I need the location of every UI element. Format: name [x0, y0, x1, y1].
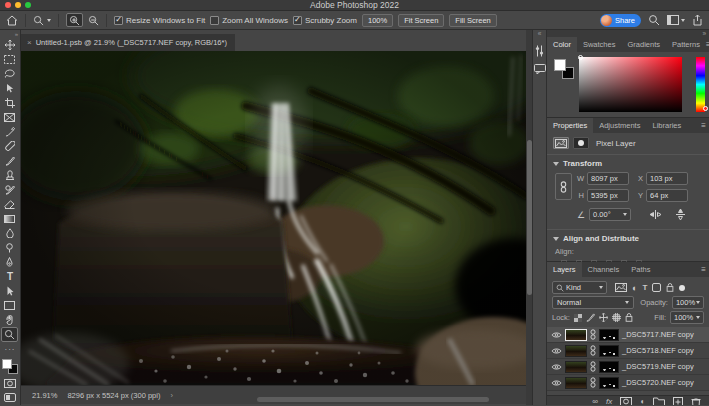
foreground-color-swatch[interactable]: [554, 59, 566, 71]
lock-transparency-icon[interactable]: [574, 314, 582, 322]
layer-filtering-toggle[interactable]: [679, 285, 685, 291]
layer-thumbnail[interactable]: [565, 361, 587, 373]
canvas-viewport[interactable]: [21, 51, 526, 385]
layer-row[interactable]: _DSC5720.NEF copy: [547, 375, 709, 391]
lasso-tool[interactable]: [1, 67, 18, 81]
zoom-in-button[interactable]: [66, 13, 83, 27]
status-expand-icon[interactable]: ›: [170, 391, 173, 400]
brush-tool[interactable]: [1, 154, 18, 168]
layer-thumbnail[interactable]: [565, 329, 587, 341]
zoom-tool-preset-button[interactable]: [33, 13, 51, 27]
layer-mask-thumbnail[interactable]: [599, 377, 619, 389]
filter-type-layers-icon[interactable]: T: [642, 283, 647, 292]
lock-pixels-icon[interactable]: [586, 313, 595, 322]
zoom-level-field[interactable]: 100%: [362, 14, 393, 27]
transform-section-header[interactable]: Transform: [553, 159, 703, 168]
add-mask-button[interactable]: [620, 397, 632, 405]
blur-tool[interactable]: [1, 226, 18, 240]
flip-horizontal-icon[interactable]: [649, 210, 662, 219]
tab-adjustments[interactable]: Adjustments: [593, 118, 646, 133]
layer-thumbnail[interactable]: [565, 345, 587, 357]
filter-kind-dropdown[interactable]: Kind: [552, 281, 607, 294]
filter-adjustment-layers-icon[interactable]: ◐: [632, 283, 637, 293]
share-button[interactable]: Share: [600, 14, 641, 27]
new-layer-button[interactable]: [673, 397, 683, 405]
lock-position-icon[interactable]: [599, 313, 608, 322]
mask-link-icon[interactable]: [590, 345, 596, 356]
mask-link-icon[interactable]: [590, 329, 596, 340]
screen-mode-button[interactable]: [1, 390, 18, 404]
layer-thumbnail[interactable]: [565, 377, 587, 389]
tab-gradients[interactable]: Gradients: [621, 37, 666, 52]
collapse-panels-icon[interactable]: »: [702, 30, 706, 37]
resize-windows-checkbox[interactable]: ✓ Resize Windows to Fit: [114, 16, 205, 25]
layer-name[interactable]: _DSC5719.NEF copy: [622, 362, 694, 371]
shape-tool[interactable]: [1, 298, 18, 312]
move-tool[interactable]: [1, 38, 18, 52]
panel-menu-icon[interactable]: ≡: [701, 121, 706, 130]
tab-channels[interactable]: Channels: [582, 262, 626, 277]
delete-layer-button[interactable]: [691, 397, 701, 405]
filter-smart-objects-icon[interactable]: [666, 283, 674, 292]
lock-all-icon[interactable]: [625, 313, 633, 322]
tab-libraries[interactable]: Libraries: [646, 118, 687, 133]
hue-marker[interactable]: [703, 106, 708, 111]
foreground-color-swatch[interactable]: [2, 359, 12, 369]
y-field[interactable]: [646, 189, 688, 202]
search-icon[interactable]: [648, 14, 660, 26]
comment-icon[interactable]: [534, 64, 546, 74]
path-selection-tool[interactable]: [1, 284, 18, 298]
mask-link-icon[interactable]: [590, 361, 596, 372]
saturation-brightness-field[interactable]: [579, 57, 682, 112]
filter-shape-layers-icon[interactable]: [652, 283, 661, 292]
tab-swatches[interactable]: Swatches: [577, 37, 622, 52]
edit-toolbar-button[interactable]: ···: [1, 342, 18, 356]
align-section-header[interactable]: Align and Distribute: [553, 234, 703, 243]
tab-paths[interactable]: Paths: [625, 262, 656, 277]
vertical-scrollbar-thumb[interactable]: [527, 140, 532, 295]
fill-screen-button[interactable]: Fill Screen: [449, 14, 496, 27]
horizontal-scrollbar-thumb[interactable]: [257, 397, 489, 402]
fill-field[interactable]: 100%: [670, 311, 704, 324]
rotation-angle-field[interactable]: 0.00°: [589, 208, 631, 221]
opacity-field[interactable]: 100%: [672, 296, 704, 309]
tab-layers[interactable]: Layers: [547, 262, 582, 277]
frame-tool[interactable]: [1, 110, 18, 124]
status-zoom-level[interactable]: 21.91%: [32, 391, 57, 400]
healing-brush-tool[interactable]: [1, 139, 18, 153]
eyedropper-tool[interactable]: [1, 125, 18, 139]
foreground-background-colors[interactable]: [2, 359, 18, 374]
workspace-switcher[interactable]: [667, 15, 685, 25]
toolbar-collapse-icon[interactable]: »: [15, 31, 18, 38]
zoom-all-windows-checkbox[interactable]: Zoom All Windows: [210, 16, 288, 25]
visibility-eye-icon[interactable]: [551, 379, 562, 387]
link-dimensions-button[interactable]: [555, 173, 572, 200]
link-layers-button[interactable]: ∞: [592, 397, 598, 405]
eraser-tool[interactable]: [1, 197, 18, 211]
quick-mask-button[interactable]: [1, 376, 18, 390]
width-field[interactable]: [587, 172, 629, 185]
layer-mask-thumbnail[interactable]: [599, 329, 619, 341]
layer-name[interactable]: _DSC5717.NEF copy: [622, 330, 694, 339]
hue-slider[interactable]: [696, 57, 705, 112]
dodge-tool[interactable]: [1, 241, 18, 255]
object-selection-tool[interactable]: [1, 81, 18, 95]
sliders-icon[interactable]: [535, 45, 544, 57]
flip-vertical-icon[interactable]: [676, 208, 685, 221]
close-tab-icon[interactable]: ×: [27, 38, 32, 47]
home-button[interactable]: [6, 13, 18, 27]
layer-mask-icon[interactable]: [573, 137, 589, 149]
panel-menu-icon[interactable]: ≡: [701, 265, 706, 274]
visibility-eye-icon[interactable]: [551, 331, 562, 339]
visibility-eye-icon[interactable]: [551, 347, 562, 355]
hand-tool[interactable]: [1, 313, 18, 327]
clone-stamp-tool[interactable]: [1, 168, 18, 182]
layer-row[interactable]: _DSC5719.NEF copy: [547, 359, 709, 375]
new-group-button[interactable]: [653, 397, 665, 405]
scrubby-zoom-checkbox[interactable]: ✓ Scrubby Zoom: [293, 16, 357, 25]
type-tool[interactable]: T: [1, 270, 18, 284]
lock-artboard-icon[interactable]: [612, 313, 621, 322]
layer-mask-thumbnail[interactable]: [599, 345, 619, 357]
color-fg-bg-swatches[interactable]: [554, 59, 574, 79]
x-field[interactable]: [646, 172, 688, 185]
